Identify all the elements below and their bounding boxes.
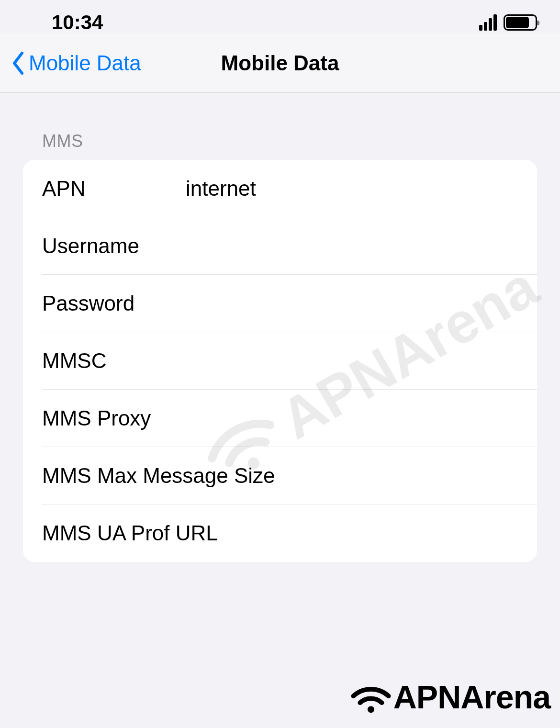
apn-label: APN [42,177,186,201]
mmsc-label: MMSC [42,349,186,373]
page-title: Mobile Data [221,51,339,75]
svg-point-1 [368,706,374,713]
status-time: 10:34 [52,11,103,34]
section-header-mms: MMS [23,131,537,160]
mms-settings-group: APN Username Password MMSC MMS Proxy MMS… [23,160,537,562]
status-icons [479,14,537,31]
row-password[interactable]: Password [23,275,537,332]
mms-proxy-input[interactable] [186,406,537,430]
cellular-signal-icon [479,14,497,31]
row-mms-ua-prof[interactable]: MMS UA Prof URL [23,504,537,562]
row-apn[interactable]: APN [23,160,537,217]
mms-ua-prof-label: MMS UA Prof URL [42,521,218,545]
password-input[interactable] [186,291,537,315]
password-label: Password [42,291,186,315]
chevron-left-icon [11,51,26,75]
row-mms-proxy[interactable]: MMS Proxy [23,390,537,447]
status-bar: 10:34 [0,0,560,34]
wifi-icon [349,680,392,714]
brand-footer: APNArena [349,678,550,716]
mms-ua-prof-input[interactable] [218,521,537,545]
row-mms-max-size[interactable]: MMS Max Message Size [23,447,537,504]
apn-input[interactable] [186,177,537,201]
mms-max-size-label: MMS Max Message Size [42,464,275,488]
mms-max-size-input[interactable] [275,464,537,488]
brand-text: APNArena [393,678,550,716]
username-input[interactable] [186,234,537,258]
back-button[interactable]: Mobile Data [0,51,141,75]
navigation-bar: Mobile Data Mobile Data [0,34,560,93]
row-username[interactable]: Username [23,217,537,275]
row-mmsc[interactable]: MMSC [23,332,537,390]
back-label: Mobile Data [29,51,141,75]
username-label: Username [42,234,186,258]
mms-proxy-label: MMS Proxy [42,406,186,430]
mmsc-input[interactable] [186,349,537,373]
battery-icon [504,14,537,31]
